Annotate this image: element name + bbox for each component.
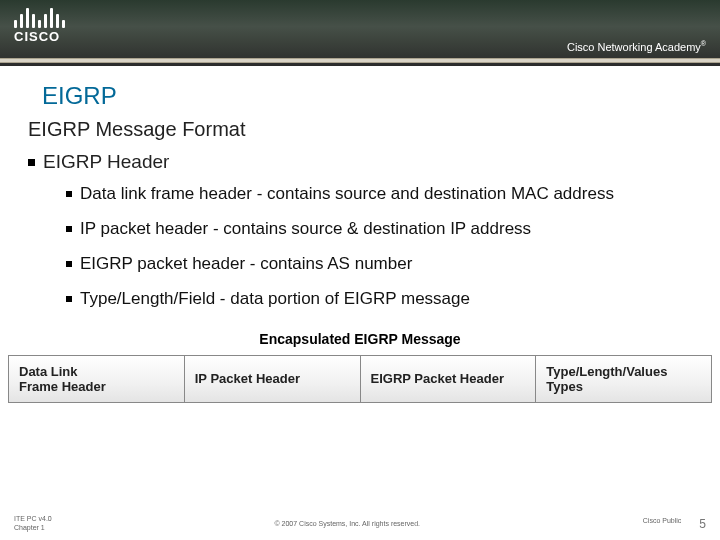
square-bullet-icon bbox=[66, 226, 72, 232]
footer-left: ITE PC v4.0 Chapter 1 bbox=[14, 515, 52, 532]
list-item-text: Type/Length/Field - data portion of EIGR… bbox=[80, 289, 470, 308]
square-bullet-icon bbox=[66, 191, 72, 197]
list-item: EIGRP packet header - contains AS number bbox=[66, 253, 680, 276]
list-item: Type/Length/Field - data portion of EIGR… bbox=[66, 288, 680, 311]
slide-footer: ITE PC v4.0 Chapter 1 © 2007 Cisco Syste… bbox=[0, 515, 720, 532]
header-band: CISCO Cisco Networking Academy® bbox=[0, 0, 720, 66]
footer-course: ITE PC v4.0 bbox=[14, 515, 52, 523]
section-heading-text: EIGRP Header bbox=[43, 151, 169, 172]
slide-title: EIGRP bbox=[42, 82, 720, 110]
list-item: IP packet header - contains source & des… bbox=[66, 218, 680, 241]
footer-chapter: Chapter 1 bbox=[14, 524, 52, 532]
slide-subtitle: EIGRP Message Format bbox=[28, 118, 720, 141]
encap-title: Encapsulated EIGRP Message bbox=[8, 331, 712, 347]
footer-classification: Cisco Public bbox=[643, 517, 682, 531]
list-item-text: EIGRP packet header - contains AS number bbox=[80, 254, 412, 273]
list-item-text: IP packet header - contains source & des… bbox=[80, 219, 531, 238]
square-bullet-icon bbox=[66, 261, 72, 267]
encap-row: Data Link Frame Header IP Packet Header … bbox=[8, 355, 712, 403]
page-number: 5 bbox=[699, 517, 706, 531]
cisco-logo: CISCO bbox=[14, 6, 65, 44]
academy-label: Cisco Networking Academy® bbox=[567, 40, 706, 53]
footer-right: Cisco Public 5 bbox=[643, 517, 706, 531]
academy-text: Cisco Networking Academy bbox=[567, 41, 701, 53]
encap-cell: Data Link Frame Header bbox=[8, 355, 185, 403]
encap-cell: IP Packet Header bbox=[185, 355, 361, 403]
bullet-list: Data link frame header - contains source… bbox=[66, 183, 680, 311]
square-bullet-icon bbox=[28, 159, 35, 166]
encap-cell: Type/Length/Values Types bbox=[536, 355, 712, 403]
encap-cell-text: EIGRP Packet Header bbox=[371, 371, 504, 386]
square-bullet-icon bbox=[66, 296, 72, 302]
encap-cell-text: Type/Length/Values Types bbox=[546, 364, 701, 394]
encapsulation-diagram: Encapsulated EIGRP Message Data Link Fra… bbox=[8, 331, 712, 403]
footer-copyright: © 2007 Cisco Systems, Inc. All rights re… bbox=[52, 520, 643, 527]
cisco-bars-icon bbox=[14, 6, 65, 28]
cisco-wordmark: CISCO bbox=[14, 29, 65, 44]
section-heading: EIGRP Header bbox=[28, 151, 720, 173]
encap-cell-text: IP Packet Header bbox=[195, 371, 300, 386]
list-item: Data link frame header - contains source… bbox=[66, 183, 680, 206]
tm-mark: ® bbox=[701, 40, 706, 47]
encap-cell: EIGRP Packet Header bbox=[361, 355, 537, 403]
list-item-text: Data link frame header - contains source… bbox=[80, 184, 614, 203]
encap-cell-text: Data Link Frame Header bbox=[19, 364, 106, 394]
